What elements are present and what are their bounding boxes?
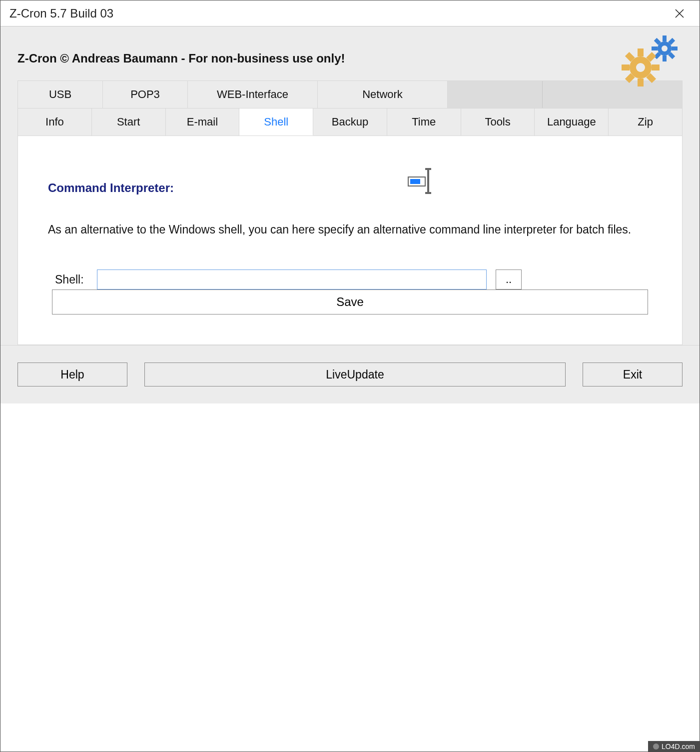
header-text: Z-Cron © Andreas Baumann - For non-busin… xyxy=(17,52,683,66)
liveupdate-button[interactable]: LiveUpdate xyxy=(144,362,566,386)
tab-web-interface[interactable]: WEB-Interface xyxy=(188,81,318,108)
tabs-row-upper: USB POP3 WEB-Interface Network xyxy=(17,80,683,108)
watermark-badge: LO4D.com xyxy=(648,741,700,752)
svg-rect-7 xyxy=(410,179,420,184)
svg-rect-4 xyxy=(638,48,644,56)
tabs-row-lower: Info Start E-mail Shell Backup Time Tool… xyxy=(17,108,683,136)
save-button[interactable]: Save xyxy=(52,290,648,314)
svg-point-2 xyxy=(662,46,668,52)
tab-info[interactable]: Info xyxy=(18,108,92,136)
tab-backup[interactable]: Backup xyxy=(313,108,387,136)
shell-label: Shell: xyxy=(55,273,88,286)
tab-email[interactable]: E-mail xyxy=(166,108,240,136)
shell-field-row: Shell: .. xyxy=(55,270,652,290)
tab-language[interactable]: Language xyxy=(535,108,609,136)
tab-content: Command Interpreter: As an alternative t… xyxy=(17,136,683,345)
close-icon xyxy=(675,8,685,18)
tab-zip[interactable]: Zip xyxy=(609,108,682,136)
shell-input[interactable] xyxy=(97,270,487,290)
footer: Help LiveUpdate Exit xyxy=(0,345,700,404)
svg-point-5 xyxy=(636,63,645,72)
svg-rect-1 xyxy=(663,36,667,42)
watermark-icon xyxy=(653,744,659,750)
exit-button[interactable]: Exit xyxy=(583,362,683,386)
browse-button[interactable]: .. xyxy=(496,270,522,290)
tab-usb[interactable]: USB xyxy=(18,81,103,108)
tab-empty-1 xyxy=(448,81,543,108)
titlebar: Z-Cron 5.7 Build 03 xyxy=(0,0,700,26)
app-window: Z-Cron 5.7 Build 03 Z-Cron © Andreas Bau… xyxy=(0,0,700,752)
window-title: Z-Cron 5.7 Build 03 xyxy=(9,6,113,20)
tab-pop3[interactable]: POP3 xyxy=(103,81,188,108)
tab-time[interactable]: Time xyxy=(387,108,461,136)
header: Z-Cron © Andreas Baumann - For non-busin… xyxy=(0,26,700,80)
tab-tools[interactable]: Tools xyxy=(461,108,535,136)
tab-network[interactable]: Network xyxy=(318,81,448,108)
tab-start[interactable]: Start xyxy=(92,108,166,136)
section-description: As an alternative to the Windows shell, … xyxy=(48,222,652,238)
close-button[interactable] xyxy=(667,0,693,26)
section-heading: Command Interpreter: xyxy=(48,181,174,195)
help-button[interactable]: Help xyxy=(17,362,127,386)
watermark-text: LO4D.com xyxy=(662,742,695,750)
command-interpreter-icon xyxy=(194,168,652,194)
tab-shell[interactable]: Shell xyxy=(239,108,313,136)
gears-icon xyxy=(620,34,685,90)
